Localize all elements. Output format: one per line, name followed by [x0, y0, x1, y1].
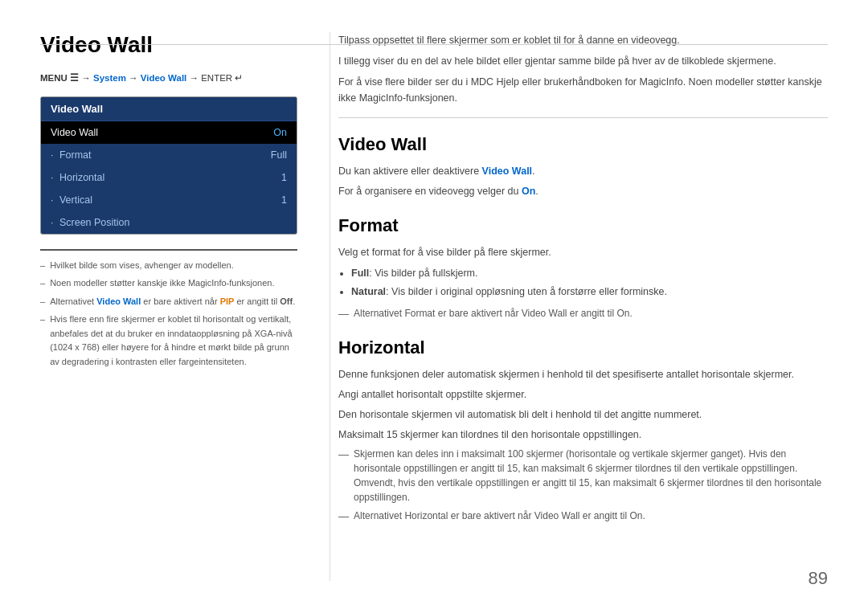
menu-item-format[interactable]: · Format Full: [41, 144, 297, 166]
section-title-videowall: Video Wall: [338, 134, 828, 155]
menu-item-label-horizontal: · Horizontal: [51, 172, 104, 183]
menu-item-value-format: Full: [271, 149, 287, 161]
menu-prefix: MENU ☰ → System → Video Wall → ENTER ↵: [40, 73, 243, 83]
menu-item-horizontal[interactable]: · Horizontal 1: [41, 166, 297, 189]
menu-item-value-videowall: On: [273, 127, 287, 138]
horiz-subnote: — Skjermen kan deles inn i maksimalt 100…: [338, 447, 828, 505]
menu-ui-box: Video Wall Video Wall On · Format Full ·…: [40, 96, 297, 235]
note-1: – Hvilket bilde som vises, avhenger av m…: [40, 259, 297, 273]
horiz-para-3: Den horisontale skjermen vil automatisk …: [338, 407, 828, 423]
format-para-1: Velg et format for å vise bilder på fler…: [338, 244, 828, 260]
note-2: – Noen modeller støtter kanskje ikke Mag…: [40, 276, 297, 291]
format-bullet-natural: Natural: Vis bilder i original oppløsnin…: [351, 284, 828, 300]
notes-section: – Hvilket bilde som vises, avhenger av m…: [40, 259, 297, 370]
menu-item-label-videowall: Video Wall: [51, 127, 98, 138]
format-bullet-full: Full: Vis bilder på fullskjerm.: [351, 265, 828, 282]
section-title-horizontal: Horizontal: [338, 337, 828, 358]
horiz-para-2: Angi antallet horisontalt oppstilte skje…: [338, 386, 828, 403]
horiz-note: — Alternativet Horizontal er bare aktive…: [338, 509, 828, 525]
intro-line-1: Tilpass oppsettet til flere skjermer som…: [338, 32, 828, 48]
menu-item-screenposition[interactable]: · Screen Position: [41, 211, 297, 234]
format-note: — Alternativet Format er bare aktivert n…: [338, 306, 828, 322]
menu-item-label-screenposition: · Screen Position: [51, 217, 130, 228]
menu-item-label-vertical: · Vertical: [51, 194, 92, 206]
top-rule: [40, 44, 828, 45]
horiz-para-4: Maksimalt 15 skjermer kan tilordnes til …: [338, 427, 828, 443]
format-bullet-list: Full: Vis bilder på fullskjerm. Natural:…: [351, 265, 828, 301]
vw-para-1: Du kan aktivere eller deaktivere Video W…: [338, 163, 828, 179]
menu-box-header: Video Wall: [41, 97, 297, 121]
intro-line-2: I tillegg viser du en del av hele bildet…: [338, 53, 828, 69]
vw-para-2: For å organisere en videovegg velger du …: [338, 183, 828, 199]
menu-item-value-horizontal: 1: [281, 172, 287, 183]
right-column: Tilpass oppsettet til flere skjermer som…: [330, 32, 828, 581]
rule-1: [338, 117, 828, 118]
note-3: – Alternativet Video Wall er bare aktive…: [40, 295, 297, 309]
divider: [40, 249, 297, 251]
section-title-format: Format: [338, 215, 828, 236]
menu-item-label-format: · Format: [51, 149, 92, 161]
page-number: 89: [809, 568, 828, 589]
menu-item-value-vertical: 1: [281, 194, 287, 206]
note-4: – Hvis flere enn fire skjermer er koblet…: [40, 313, 297, 369]
horiz-para-1: Denne funksjonen deler automatisk skjerm…: [338, 366, 828, 382]
intro-line-3: For å vise flere bilder ser du i MDC Hje…: [338, 74, 828, 106]
page-title: Video Wall: [40, 32, 297, 58]
menu-path: MENU ☰ → System → Video Wall → ENTER ↵: [40, 72, 297, 84]
menu-item-videowall[interactable]: Video Wall On: [41, 121, 297, 144]
menu-item-vertical[interactable]: · Vertical 1: [41, 189, 297, 211]
left-column: Video Wall MENU ☰ → System → Video Wall …: [40, 32, 297, 581]
